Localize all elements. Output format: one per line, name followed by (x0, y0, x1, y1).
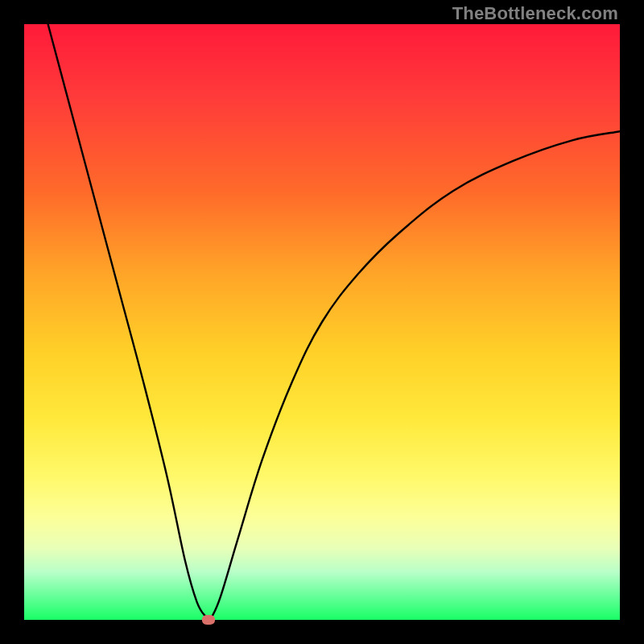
bottleneck-curve (48, 24, 620, 620)
minimum-point-marker (202, 615, 215, 625)
chart-frame: TheBottleneck.com (0, 0, 644, 644)
plot-area (24, 24, 620, 620)
watermark-text: TheBottleneck.com (452, 3, 618, 24)
curve-svg (24, 24, 620, 620)
